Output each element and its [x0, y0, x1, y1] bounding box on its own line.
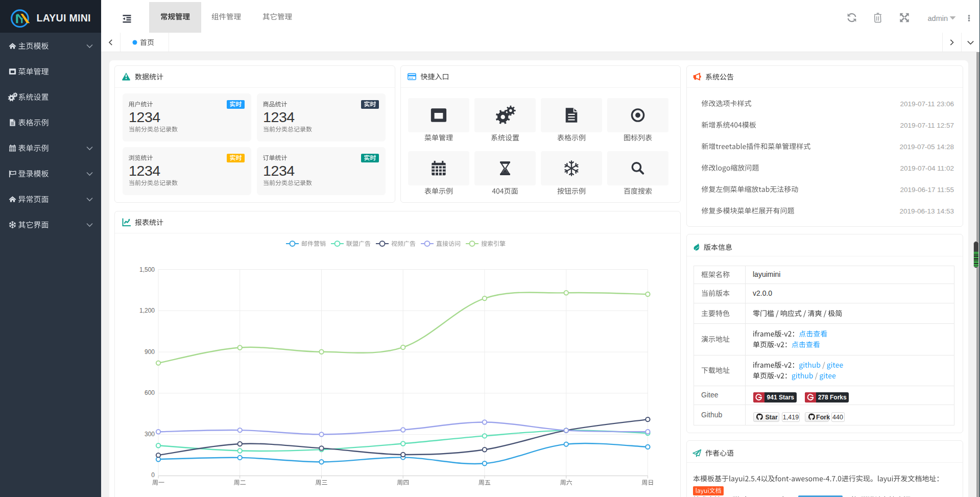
svg-text:1,200: 1,200 [139, 307, 155, 314]
svg-text:2019-06-13 14:53: 2019-06-13 14:53 [899, 207, 954, 215]
svg-text:1234: 1234 [263, 162, 295, 179]
svg-text:2019-07-11 12:57: 2019-07-11 12:57 [900, 122, 954, 129]
svg-text:Star: Star [766, 414, 778, 421]
svg-text:900: 900 [145, 348, 155, 356]
svg-text:1234: 1234 [263, 109, 295, 125]
svg-text:440: 440 [832, 414, 843, 421]
svg-text:278 Forks: 278 Forks [818, 394, 847, 401]
svg-text:1,500: 1,500 [139, 266, 155, 273]
svg-text:1234: 1234 [129, 162, 160, 179]
svg-text:600: 600 [145, 389, 155, 396]
svg-text:v2.0.0: v2.0.0 [753, 289, 772, 297]
svg-text:2019-07-11 23:06: 2019-07-11 23:06 [900, 100, 954, 108]
svg-text:Gitee: Gitee [701, 391, 719, 399]
svg-text:Github: Github [701, 411, 722, 419]
svg-text:1,419: 1,419 [783, 414, 799, 421]
svg-text:Fork: Fork [816, 414, 830, 421]
svg-text:layuimini: layuimini [753, 270, 780, 278]
svg-text:2019-07-05 14:28: 2019-07-05 14:28 [899, 143, 954, 151]
svg-text:941 Stars: 941 Stars [767, 394, 795, 401]
svg-text:LAYUI MINI: LAYUI MINI [37, 12, 91, 23]
svg-text:1234: 1234 [129, 109, 160, 125]
svg-text:2019-06-17 11:55: 2019-06-17 11:55 [900, 186, 954, 194]
svg-text:300: 300 [145, 431, 155, 438]
svg-text:2019-07-04 11:02: 2019-07-04 11:02 [900, 164, 954, 172]
svg-text:admin: admin [928, 14, 948, 22]
svg-text:0: 0 [151, 471, 155, 479]
